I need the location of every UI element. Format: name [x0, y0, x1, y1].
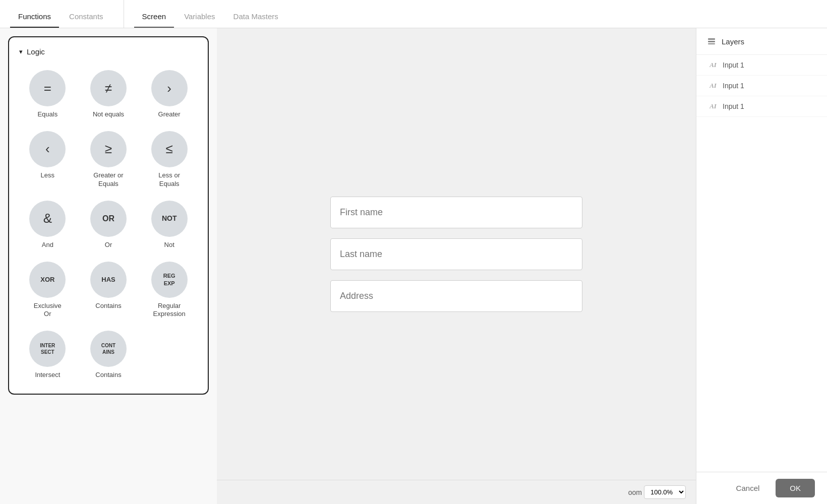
- logic-item-less[interactable]: ‹ Less: [19, 127, 76, 193]
- layers-list: AI Input 1 AI Input 1 AI Input 1: [696, 55, 827, 117]
- contains-circle: CONTAINS: [90, 331, 127, 367]
- and-label: And: [42, 241, 53, 249]
- logic-item-contains[interactable]: CONTAINS Contains: [80, 327, 137, 384]
- equals-circle: =: [29, 70, 66, 106]
- logic-header: ▾ Logic: [19, 47, 198, 56]
- svg-rect-2: [708, 43, 715, 44]
- cancel-button[interactable]: Cancel: [728, 479, 768, 497]
- layer-item-2[interactable]: AI Input 1: [696, 76, 827, 96]
- tab-functions[interactable]: Functions: [10, 6, 59, 28]
- zoom-control: oom 100.0% 75% 50% 150%: [628, 485, 686, 499]
- canvas-content: [217, 28, 696, 480]
- logic-item-less-or-equals[interactable]: ≤ Less orEquals: [141, 127, 198, 193]
- logic-item-not-equals[interactable]: ≠ Not equals: [80, 66, 137, 123]
- layers-header: Layers: [696, 28, 827, 55]
- logic-item-greater-or-equals[interactable]: ≥ Greater orEquals: [80, 127, 137, 193]
- tab-constants[interactable]: Constants: [61, 6, 111, 28]
- last-name-input[interactable]: [330, 238, 582, 270]
- regexp-circle: REGEXP: [151, 262, 188, 298]
- intersect-label: Intersect: [35, 371, 60, 380]
- or-circle: OR: [90, 201, 127, 237]
- xor-label: ExclusiveOr: [34, 302, 62, 319]
- first-name-input[interactable]: [330, 197, 582, 228]
- form-container: [330, 197, 582, 312]
- less-or-equals-circle: ≤: [151, 131, 188, 167]
- layers-title: Layers: [722, 37, 744, 46]
- xor-circle: XOR: [29, 262, 66, 298]
- layer-name-3: Input 1: [723, 102, 744, 110]
- bottom-bar: Cancel OK: [696, 472, 827, 504]
- right-panel: Layers AI Input 1 AI Input 1 AI Input 1 …: [696, 28, 827, 504]
- tab-screen[interactable]: Screen: [134, 6, 174, 28]
- logic-item-or[interactable]: OR Or: [80, 197, 137, 254]
- or-label: Or: [105, 241, 112, 249]
- logic-item-regexp[interactable]: REGEXP RegularExpression: [141, 258, 198, 323]
- logic-item-xor[interactable]: XOR ExclusiveOr: [19, 258, 76, 323]
- layer-name-2: Input 1: [723, 82, 744, 90]
- less-circle: ‹: [29, 131, 66, 167]
- less-label: Less: [41, 171, 54, 180]
- greater-circle: ›: [151, 70, 188, 106]
- zoom-select[interactable]: 100.0% 75% 50% 150%: [644, 485, 686, 499]
- zoom-label: oom: [628, 488, 642, 496]
- greater-label: Greater: [158, 110, 181, 119]
- layers-icon: [706, 36, 717, 46]
- ok-button[interactable]: OK: [776, 479, 815, 497]
- logic-item-has[interactable]: HAS Contains: [80, 258, 137, 323]
- tab-data-masters[interactable]: Data Masters: [225, 6, 286, 28]
- not-equals-label: Not equals: [93, 110, 124, 119]
- canvas-area: oom 100.0% 75% 50% 150%: [217, 28, 696, 504]
- logic-item-not[interactable]: NOT Not: [141, 197, 198, 254]
- not-circle: NOT: [151, 201, 188, 237]
- logic-grid: = Equals ≠ Not equals › Greater: [19, 66, 198, 384]
- contains-label: Contains: [95, 371, 121, 380]
- layer-item-1[interactable]: AI Input 1: [696, 55, 827, 76]
- intersect-circle: INTERSECT: [29, 331, 66, 367]
- layer-type-icon: AI: [708, 61, 718, 69]
- equals-label: Equals: [37, 110, 57, 119]
- left-panel: ▾ Logic = Equals ≠ Not equals: [0, 28, 217, 504]
- logic-item-intersect[interactable]: INTERSECT Intersect: [19, 327, 76, 384]
- logic-item-and[interactable]: & And: [19, 197, 76, 254]
- regexp-label: RegularExpression: [153, 302, 186, 319]
- layer-type-icon: AI: [708, 82, 718, 90]
- svg-rect-1: [708, 41, 715, 42]
- layer-item-3[interactable]: AI Input 1: [696, 96, 827, 117]
- svg-rect-0: [708, 38, 715, 40]
- has-label: Contains: [95, 302, 121, 310]
- greater-or-equals-label: Greater orEquals: [93, 171, 123, 188]
- not-equals-circle: ≠: [90, 70, 127, 106]
- address-input[interactable]: [330, 280, 582, 312]
- tab-variables[interactable]: Variables: [176, 6, 223, 28]
- greater-or-equals-circle: ≥: [90, 131, 127, 167]
- not-label: Not: [164, 241, 174, 249]
- and-circle: &: [29, 201, 66, 237]
- has-circle: HAS: [90, 262, 127, 298]
- canvas-footer: oom 100.0% 75% 50% 150%: [217, 480, 696, 504]
- logic-item-equals[interactable]: = Equals: [19, 66, 76, 123]
- logic-item-greater[interactable]: › Greater: [141, 66, 198, 123]
- logic-box: ▾ Logic = Equals ≠ Not equals: [8, 36, 209, 395]
- layer-type-icon: AI: [708, 102, 718, 110]
- chevron-down-icon: ▾: [19, 48, 23, 55]
- layer-name-1: Input 1: [723, 61, 744, 69]
- less-or-equals-label: Less orEquals: [158, 171, 180, 188]
